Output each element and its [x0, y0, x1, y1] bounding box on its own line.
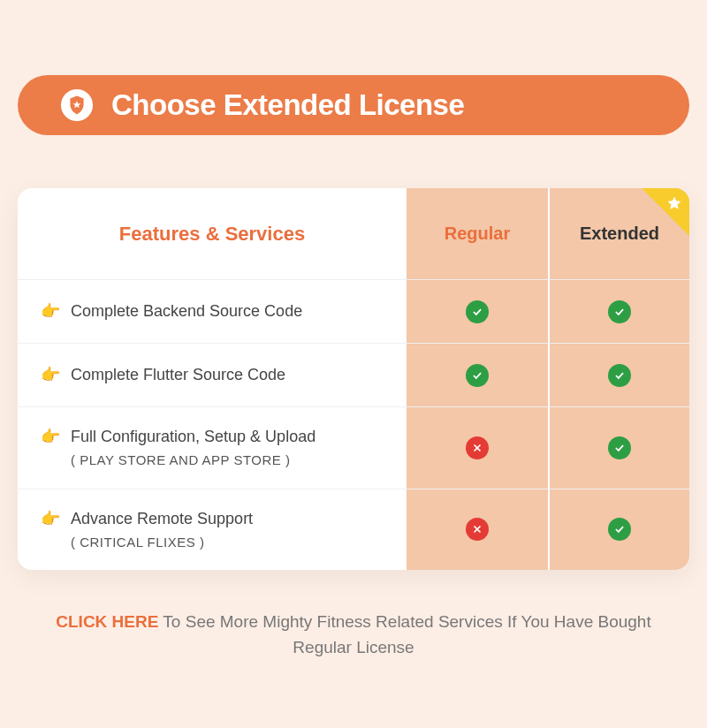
check-icon [608, 364, 631, 387]
pointer-icon: 👉 [41, 507, 60, 531]
extended-cell [548, 407, 689, 489]
feature-label: Complete Backend Source Code [71, 300, 302, 323]
regular-cell [407, 344, 548, 406]
footer-text: CLICK HERE To See More Mighty Fitness Re… [35, 609, 672, 661]
pointer-icon: 👉 [41, 425, 60, 449]
table-row: 👉Advance Remote Support ( CRITICAL FLIXE… [18, 489, 689, 571]
click-here-link[interactable]: CLICK HERE [56, 612, 158, 631]
check-icon [466, 364, 489, 387]
header-features: Features & Services [18, 188, 407, 279]
feature-cell: 👉Complete Backend Source Code [18, 280, 407, 343]
extended-cell [548, 344, 689, 406]
banner: Choose Extended License [18, 75, 689, 135]
feature-cell: 👉Advance Remote Support ( CRITICAL FLIXE… [18, 489, 407, 571]
check-icon [466, 300, 489, 323]
footer-rest: To See More Mighty Fitness Related Servi… [158, 612, 650, 656]
cross-icon [466, 518, 489, 541]
pointer-icon: 👉 [41, 300, 60, 323]
comparison-table: Features & Services Regular Extended 👉Co… [18, 188, 689, 570]
pointer-icon: 👉 [41, 363, 60, 387]
table-header: Features & Services Regular Extended [18, 188, 689, 280]
check-icon [608, 518, 631, 541]
regular-cell [407, 280, 548, 343]
regular-cell [407, 489, 548, 571]
svg-marker-2 [668, 197, 681, 209]
regular-cell [407, 407, 548, 489]
feature-label: Advance Remote Support [71, 507, 253, 531]
table-row: 👉Full Configuration, Setup & Upload( PLA… [18, 407, 689, 489]
feature-cell: 👉Full Configuration, Setup & Upload( PLA… [18, 407, 407, 489]
feature-label: Full Configuration, Setup & Upload [71, 425, 315, 449]
table-row: 👉Complete Backend Source Code [18, 280, 689, 344]
banner-title: Choose Extended License [111, 88, 464, 122]
extended-cell [548, 280, 689, 343]
table-row: 👉Complete Flutter Source Code [18, 344, 689, 407]
header-extended: Extended [548, 188, 689, 279]
feature-sublabel: ( CRITICAL FLIXES ) [71, 533, 253, 553]
check-icon [608, 436, 631, 459]
feature-label: Complete Flutter Source Code [71, 363, 285, 387]
shield-badge-icon [60, 88, 94, 122]
header-regular: Regular [407, 188, 548, 279]
cross-icon [466, 436, 489, 459]
feature-sublabel: ( PLAY STORE AND APP STORE ) [71, 451, 315, 471]
feature-cell: 👉Complete Flutter Source Code [18, 344, 407, 406]
extended-cell [548, 489, 689, 571]
check-icon [608, 300, 631, 323]
star-icon [666, 195, 682, 211]
